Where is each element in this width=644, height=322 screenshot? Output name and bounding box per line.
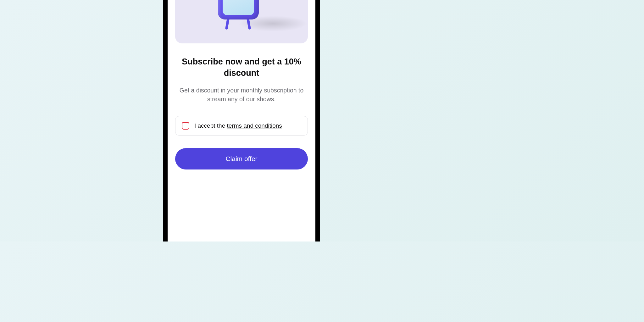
terms-prefix: I accept the	[194, 122, 227, 129]
claim-offer-button[interactable]: Claim offer	[175, 148, 308, 169]
hero-illustration-card	[175, 0, 308, 43]
terms-checkbox[interactable]	[182, 122, 189, 130]
tv-icon	[218, 0, 265, 32]
terms-container: I accept the terms and conditions	[175, 116, 308, 136]
phone-screen: Subscribe now and get a 10% discount Get…	[168, 0, 315, 242]
offer-headline: Subscribe now and get a 10% discount	[175, 56, 308, 79]
phone-frame: Subscribe now and get a 10% discount Get…	[163, 0, 320, 242]
terms-link[interactable]: terms and conditions	[227, 122, 282, 129]
terms-label: I accept the terms and conditions	[194, 122, 282, 129]
offer-subtext: Get a discount in your monthly subscript…	[175, 86, 308, 104]
